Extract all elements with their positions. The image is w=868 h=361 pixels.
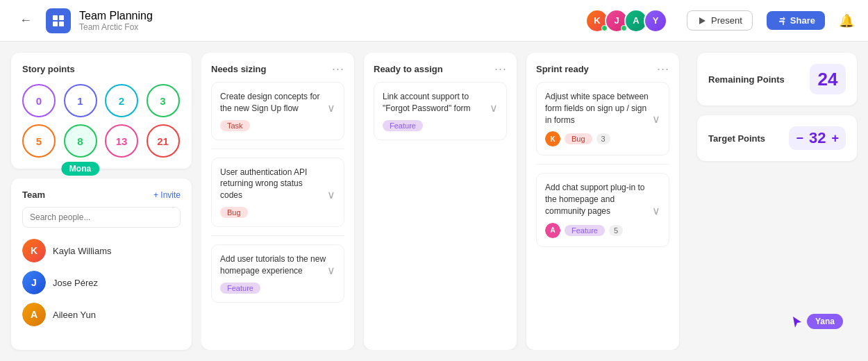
member-name-kayla: Kayla Williams	[53, 246, 112, 256]
member-avatar-kayla: K	[22, 239, 46, 262]
column-title: Sprint ready	[536, 64, 589, 74]
share-icon	[776, 16, 786, 26]
card-title: Add user tutorials to the new homepage e…	[220, 253, 327, 277]
column-menu-icon[interactable]: ···	[494, 62, 507, 75]
point-1[interactable]: 1	[64, 84, 97, 117]
expand-icon[interactable]: ∨	[652, 112, 660, 126]
points-grid: 0 1 2 3 5 8 Mona 13 21	[22, 84, 181, 158]
expand-icon[interactable]: ∨	[327, 264, 335, 277]
card-footer: Bug	[220, 207, 335, 218]
target-control: − 32 +	[789, 126, 846, 150]
card-footer: Task	[220, 120, 335, 131]
share-button[interactable]: Share	[767, 11, 825, 30]
play-icon	[697, 16, 707, 26]
column-menu-icon[interactable]: ···	[657, 62, 669, 75]
team-title: Team	[22, 190, 45, 200]
expand-icon[interactable]: ∨	[327, 188, 335, 201]
badge-feature: Feature	[565, 225, 605, 236]
column-menu-icon[interactable]: ···	[332, 62, 344, 75]
table-row: Add user tutorials to the new homepage e…	[211, 244, 344, 303]
column-title: Ready to assign	[374, 64, 443, 74]
card-footer: Feature	[220, 283, 335, 294]
badge-task: Task	[220, 120, 250, 131]
point-21[interactable]: 21	[147, 124, 180, 158]
column-title: Needs sizing	[211, 64, 266, 74]
team-card: Team + Invite K Kayla Williams J Jose Pé…	[11, 178, 192, 350]
card-title: Adjust white space between form fields o…	[545, 91, 652, 126]
target-decrement-button[interactable]: −	[796, 132, 803, 144]
yana-cursor-area: Yana	[697, 171, 857, 350]
member-name-jose: Jose Pérez	[53, 278, 98, 288]
table-row: Adjust white space between form fields o…	[536, 82, 669, 156]
list-item: J Jose Pérez	[22, 267, 181, 299]
point-8[interactable]: 8 Mona	[64, 124, 97, 158]
badge-bug: Bug	[220, 207, 248, 218]
target-increment-button[interactable]: +	[831, 132, 839, 144]
card-avatar: A	[545, 223, 560, 238]
column-header: Sprint ready ···	[536, 62, 669, 75]
card-title: Create design concepts for the new Sign …	[220, 91, 327, 115]
badge-count: 3	[596, 133, 610, 144]
invite-button[interactable]: + Invite	[153, 190, 181, 200]
expand-icon[interactable]: ∨	[327, 101, 335, 115]
app-subtitle: Team Arctic Fox	[79, 22, 153, 32]
remaining-points-widget: Remaining Points 24	[697, 53, 857, 106]
column-ready-to-assign: Ready to assign ··· Link account support…	[364, 53, 517, 350]
card-title: User authentication API returning wrong …	[220, 167, 327, 201]
search-input[interactable]	[22, 207, 181, 228]
point-3[interactable]: 3	[147, 84, 180, 117]
left-panel: Story points 0 1 2 3 5 8 Mona 13 21 Team…	[11, 53, 192, 350]
remaining-points-value: 24	[810, 64, 846, 94]
present-button[interactable]: Present	[687, 10, 753, 31]
cursor-icon	[792, 315, 803, 329]
member-avatar-aileen: A	[22, 303, 46, 326]
point-13[interactable]: 13	[105, 124, 138, 158]
badge-bug: Bug	[565, 133, 592, 144]
main-content: Story points 0 1 2 3 5 8 Mona 13 21 Team…	[0, 42, 868, 361]
table-row: Add chat support plug-in to the homepage…	[536, 173, 669, 246]
header: ← Team Planning Team Arctic Fox K J A Y …	[0, 0, 868, 42]
column-header: Needs sizing ···	[211, 62, 344, 75]
member-avatar-jose: J	[22, 271, 46, 294]
badge-feature: Feature	[220, 283, 260, 294]
card-title: Add chat support plug-in to the homepage…	[545, 182, 652, 217]
column-sprint-ready: Sprint ready ··· Adjust white space betw…	[526, 53, 679, 350]
story-points-title: Story points	[22, 64, 181, 74]
back-button[interactable]: ←	[14, 10, 37, 31]
target-points-widget: Target Points − 32 +	[697, 115, 857, 161]
expand-icon[interactable]: ∨	[652, 204, 660, 217]
card-footer: K Bug 3	[545, 131, 660, 146]
yana-label: Yana	[807, 314, 843, 329]
point-5[interactable]: 5	[22, 124, 56, 158]
story-points-card: Story points 0 1 2 3 5 8 Mona 13 21	[11, 53, 192, 169]
badge-count: 5	[609, 225, 623, 236]
team-header: Team + Invite	[22, 190, 181, 200]
target-points-value: 32	[809, 129, 826, 147]
yana-cursor: Yana	[792, 314, 843, 329]
app-logo	[46, 8, 71, 33]
header-avatars: K J A Y	[585, 9, 667, 33]
notification-button[interactable]: 🔔	[839, 13, 854, 28]
mona-tooltip: Mona	[61, 162, 99, 176]
list-item: K Kayla Williams	[22, 235, 181, 267]
card-title: Link account support to "Forgot Password…	[383, 91, 490, 115]
list-item: A Aileen Yun	[22, 299, 181, 330]
table-row: User authentication API returning wrong …	[211, 158, 344, 227]
table-row: Link account support to "Forgot Password…	[374, 82, 507, 140]
target-points-label: Target Points	[708, 133, 765, 144]
card-footer: A Feature 5	[545, 223, 660, 238]
card-avatar: K	[545, 131, 560, 146]
svg-marker-0	[699, 17, 706, 24]
app-title: Team Planning	[79, 10, 153, 22]
columns-area: Needs sizing ··· Create design concepts …	[201, 53, 687, 350]
remaining-points-label: Remaining Points	[708, 74, 785, 85]
avatar-4: Y	[644, 9, 667, 33]
column-header: Ready to assign ···	[374, 62, 507, 75]
right-panel: Remaining Points 24 Target Points − 32 +…	[697, 53, 857, 350]
point-0[interactable]: 0	[22, 84, 56, 117]
header-title: Team Planning Team Arctic Fox	[79, 10, 153, 32]
expand-icon[interactable]: ∨	[490, 101, 498, 115]
column-needs-sizing: Needs sizing ··· Create design concepts …	[201, 53, 354, 350]
member-name-aileen: Aileen Yun	[53, 310, 96, 320]
point-2[interactable]: 2	[105, 84, 138, 117]
